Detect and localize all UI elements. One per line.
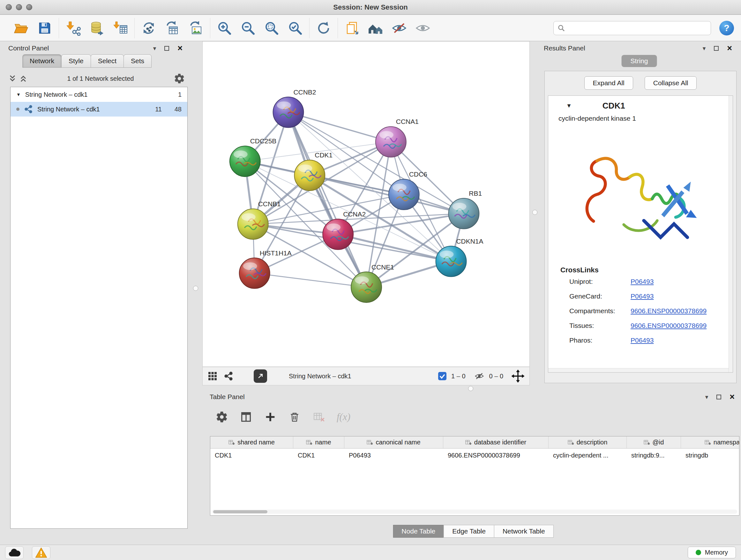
hidden-eye-slash-icon[interactable]: [474, 371, 485, 381]
import-network-file-button[interactable]: [64, 19, 82, 37]
zoom-fit-button[interactable]: [263, 19, 280, 37]
collapse-panel-icon[interactable]: ▾: [153, 45, 156, 51]
network-node-HIST1H1A[interactable]: [239, 258, 270, 289]
table-settings-gear-icon[interactable]: [215, 411, 228, 423]
tab-edge-table[interactable]: Edge Table: [444, 525, 494, 538]
column-header[interactable]: database identifier: [443, 436, 549, 448]
zoom-window-button[interactable]: [26, 4, 32, 10]
horizontal-splitter-handle[interactable]: [468, 386, 473, 391]
zoom-selected-button[interactable]: [286, 19, 304, 37]
refresh-layout-button[interactable]: [315, 19, 333, 37]
annotation-mode-button[interactable]: [343, 19, 361, 37]
minimize-window-button[interactable]: [16, 4, 22, 10]
results-horizontal-scrollbar[interactable]: [548, 368, 729, 372]
network-graph[interactable]: CCNB2CCNA1CDC25BCDK1CDC6RB1CCNB1CCNA2CDK…: [203, 42, 529, 367]
collapse-results-icon[interactable]: ▾: [703, 45, 706, 51]
network-node-CDK1[interactable]: [294, 160, 325, 191]
column-header[interactable]: @id: [627, 436, 681, 448]
column-header[interactable]: canonical name: [344, 436, 443, 448]
section-expander-icon[interactable]: ▼: [566, 103, 572, 109]
grid-view-icon[interactable]: [208, 371, 217, 381]
results-vertical-scrollbar[interactable]: [729, 96, 733, 372]
network-edge[interactable]: [310, 175, 464, 213]
network-node-CDC6[interactable]: [389, 179, 419, 210]
collapse-all-icon[interactable]: [8, 74, 17, 83]
network-canvas[interactable]: CCNB2CCNA1CDC25BCDK1CDC6RB1CCNB1CCNA2CDK…: [202, 41, 530, 367]
help-button[interactable]: ?: [719, 21, 734, 36]
table-cell[interactable]: stringdb:9...: [627, 452, 681, 459]
memory-button[interactable]: Memory: [688, 547, 736, 558]
left-splitter-handle[interactable]: [193, 286, 198, 291]
new-table-button[interactable]: [163, 19, 181, 37]
tab-style[interactable]: Style: [61, 54, 91, 68]
network-edge[interactable]: [288, 112, 391, 142]
column-header[interactable]: namespace: [681, 436, 739, 448]
network-edge[interactable]: [288, 112, 366, 287]
import-table-file-button[interactable]: [111, 19, 129, 37]
column-header[interactable]: shared name: [210, 436, 293, 448]
show-columns-icon[interactable]: [240, 411, 253, 423]
table-cell[interactable]: cyclin-dependent ...: [549, 452, 627, 459]
table-cell[interactable]: stringdb: [681, 452, 739, 459]
pan-crosshair-icon[interactable]: [512, 370, 524, 382]
tab-network[interactable]: Network: [22, 54, 62, 68]
string-results-tab[interactable]: String: [622, 55, 657, 67]
export-image-button[interactable]: [187, 19, 205, 37]
close-table-icon[interactable]: ×: [730, 392, 735, 402]
network-node-CDKN1A[interactable]: [436, 246, 467, 277]
share-view-icon[interactable]: [224, 371, 233, 381]
cloud-button[interactable]: [5, 546, 23, 559]
close-results-icon[interactable]: ×: [727, 44, 732, 53]
table-cell[interactable]: CDK1: [210, 452, 293, 459]
import-network-database-button[interactable]: [88, 19, 106, 37]
network-node-CCNA1[interactable]: [376, 126, 406, 157]
crosslink-link[interactable]: 9606.ENSP00000378699: [630, 322, 706, 329]
network-node-CCNB2[interactable]: [273, 97, 304, 128]
network-collection-row[interactable]: ▼ String Network – cdk1 1: [10, 87, 187, 102]
show-all-button[interactable]: [414, 19, 432, 37]
crosslink-link[interactable]: 9606.ENSP00000378699: [630, 307, 706, 315]
float-results-icon[interactable]: [714, 46, 719, 51]
add-column-icon[interactable]: [264, 411, 277, 423]
selected-checkbox-icon[interactable]: [438, 372, 447, 381]
network-node-CCNE1[interactable]: [351, 272, 382, 303]
crosslink-link[interactable]: P06493: [630, 293, 654, 300]
expand-all-icon[interactable]: [19, 74, 27, 83]
collapse-all-button[interactable]: Collapse All: [645, 76, 697, 90]
tab-select[interactable]: Select: [91, 54, 124, 68]
tab-node-table[interactable]: Node Table: [393, 525, 444, 538]
detach-view-button[interactable]: [254, 369, 267, 383]
close-window-button[interactable]: [6, 4, 12, 10]
save-session-button[interactable]: [36, 19, 54, 37]
warnings-button[interactable]: [32, 546, 51, 559]
network-edge[interactable]: [255, 273, 366, 287]
column-header[interactable]: description: [549, 436, 627, 448]
tab-network-table[interactable]: Network Table: [494, 525, 554, 538]
table-cell[interactable]: P06493: [344, 452, 443, 459]
search-input[interactable]: [568, 24, 707, 32]
network-row[interactable]: String Network – cdk1 11 48: [10, 102, 187, 117]
table-cell[interactable]: CDK1: [293, 452, 344, 459]
open-session-button[interactable]: [12, 19, 30, 37]
close-panel-icon[interactable]: ×: [178, 44, 183, 53]
new-network-from-selection-button[interactable]: [140, 19, 158, 37]
collapse-table-icon[interactable]: ▾: [705, 394, 709, 400]
network-node-CDC25B[interactable]: [230, 146, 260, 177]
float-panel-icon[interactable]: [164, 46, 169, 51]
tab-sets[interactable]: Sets: [124, 54, 151, 68]
table-row[interactable]: CDK1 CDK1 P06493 9606.ENSP00000378699 cy…: [210, 449, 739, 462]
zoom-in-button[interactable]: [215, 19, 233, 37]
delete-column-icon[interactable]: [288, 411, 301, 423]
tree-expander-icon[interactable]: ▼: [16, 92, 21, 97]
column-header[interactable]: name: [293, 436, 344, 448]
crosslink-link[interactable]: P06493: [630, 278, 654, 286]
table-cell[interactable]: 9606.ENSP00000378699: [443, 452, 549, 459]
table-horizontal-scrollbar[interactable]: [212, 509, 737, 514]
crosslink-link[interactable]: P06493: [630, 336, 654, 344]
right-splitter-handle[interactable]: [532, 210, 537, 215]
search-box[interactable]: [553, 21, 711, 35]
network-node-CCNA2[interactable]: [323, 219, 353, 250]
scrollbar-thumb[interactable]: [213, 510, 267, 513]
float-table-icon[interactable]: [717, 395, 721, 399]
home-view-button[interactable]: [367, 19, 385, 37]
